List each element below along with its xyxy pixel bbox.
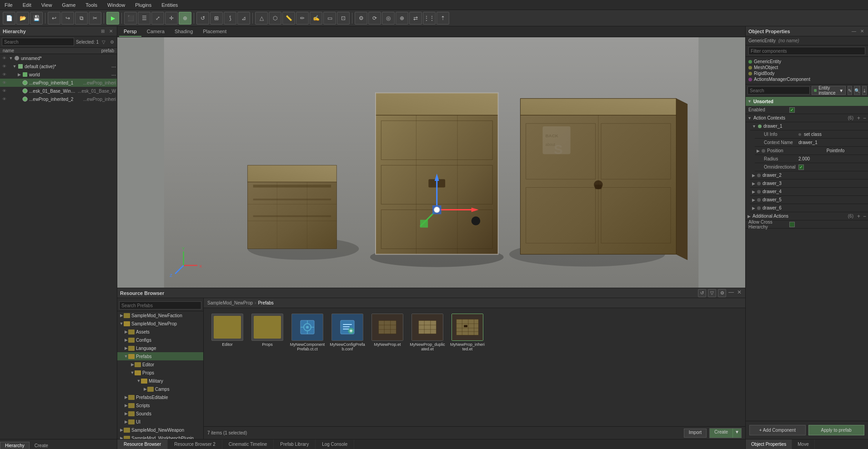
toolbar-export[interactable]: ⇡ bbox=[437, 12, 449, 25]
eye-icon-2[interactable]: 👁 bbox=[1, 72, 7, 77]
toolbar-move[interactable]: ✛ bbox=[165, 12, 178, 25]
rb-folder-item-prefabseditable[interactable]: ▶ PrefabsEditable bbox=[117, 393, 203, 401]
toolbar-open[interactable]: 📂 bbox=[16, 12, 29, 25]
add-component-btn[interactable]: + Add Component bbox=[749, 425, 806, 435]
tab-hierarchy[interactable]: Hierarchy bbox=[0, 442, 30, 449]
vp-tab-persp[interactable]: Persp bbox=[119, 26, 141, 37]
toolbar-refresh[interactable]: ↺ bbox=[196, 12, 209, 25]
menu-file[interactable]: File bbox=[2, 1, 15, 9]
rp-search-input[interactable] bbox=[748, 86, 810, 95]
btab-cinematic[interactable]: Cinematic Timeline bbox=[222, 439, 274, 449]
file-item-editor[interactable]: Editor bbox=[209, 314, 246, 351]
toolbar-lasso[interactable]: ⊡ bbox=[337, 12, 350, 25]
action-contexts-minus[interactable]: − bbox=[863, 115, 866, 121]
menu-window[interactable]: Window bbox=[105, 1, 128, 9]
toolbar-camera-ortho[interactable]: ◎ bbox=[382, 12, 395, 25]
toolbar-arrows-2[interactable]: ⇄ bbox=[409, 12, 422, 25]
toolbar-gear[interactable]: ⚙ bbox=[355, 12, 367, 25]
rb-search-input[interactable] bbox=[119, 301, 201, 309]
menu-plugins[interactable]: Plugins bbox=[132, 1, 154, 9]
rb-folder-item-props[interactable]: ▼ Props bbox=[117, 369, 203, 377]
rp-entity-instance-dropdown[interactable]: Entity instance ▼ bbox=[812, 86, 846, 95]
rp-save-btn[interactable]: ⤓ bbox=[862, 86, 867, 95]
hierarchy-icon-1[interactable]: ⊞ bbox=[100, 28, 106, 35]
rp-minimize-btn[interactable]: — bbox=[851, 28, 857, 35]
prop-section-unsorted[interactable]: ▼ Unsorted bbox=[746, 97, 868, 106]
menu-game[interactable]: Game bbox=[59, 1, 78, 9]
toolbar-move2[interactable]: ⊕ bbox=[179, 12, 191, 25]
rb-folder-item-prefabs[interactable]: ▼ Prefabs bbox=[117, 352, 203, 360]
toolbar-hexagon[interactable]: ⬡ bbox=[269, 12, 281, 25]
toolbar-globe[interactable]: ⊕ bbox=[396, 12, 408, 25]
eye-icon-0[interactable]: 👁 bbox=[1, 56, 7, 60]
rb-folder-item-workbench[interactable]: ▶ SampleMod_WorkbenchPlugin bbox=[117, 434, 203, 439]
rb-folder-item-editor[interactable]: ▶ Editor bbox=[117, 360, 203, 369]
prop-drawer-2[interactable]: ▶ drawer_2 bbox=[750, 171, 868, 180]
menu-tools[interactable]: Tools bbox=[83, 1, 100, 9]
rb-filter-btn[interactable]: ▽ bbox=[708, 289, 716, 297]
hierarchy-item-ewprop1[interactable]: 👁 ...ewProp_inherited_1 ...ewProp_inheri bbox=[0, 79, 117, 87]
file-item-newprop[interactable]: MyNewProp.et bbox=[369, 314, 406, 351]
toolbar-new[interactable]: 📄 bbox=[3, 12, 15, 25]
rb-folder-item-0[interactable]: ▶ SampleMod_NewFaction bbox=[117, 311, 203, 319]
rb-folder-item-ui[interactable]: ▶ UI bbox=[117, 418, 203, 426]
rb-refresh-btn[interactable]: ↺ bbox=[698, 289, 706, 297]
menu-view[interactable]: View bbox=[39, 1, 55, 9]
toolbar-layers[interactable]: ☰ bbox=[138, 12, 151, 25]
file-item-newprop-dup[interactable]: MyNewProp_duplicated.et bbox=[409, 314, 446, 351]
toolbar-copy[interactable]: ⧉ bbox=[75, 12, 88, 25]
hierarchy-item-esk[interactable]: 👁 ...esk_01_Base_Wing_1 ...esk_01_Base_W bbox=[0, 87, 117, 95]
apply-to-prefab-btn[interactable]: Apply to prefab bbox=[808, 425, 865, 435]
hierarchy-item-world[interactable]: 👁 ▶ world --- bbox=[0, 70, 117, 79]
comp-rigid-body[interactable]: RigidBody bbox=[748, 70, 865, 76]
comp-generic-entity[interactable]: GenericEntity bbox=[748, 59, 865, 65]
viewport-3d[interactable]: X Y Z BACK about S bbox=[117, 37, 745, 288]
prop-action-contexts[interactable]: ▼ Action Contexts (6) + − bbox=[746, 114, 868, 122]
hierarchy-filter-btn[interactable]: ▽ bbox=[100, 39, 107, 45]
prop-drawer-3[interactable]: ▶ drawer_3 bbox=[750, 180, 868, 188]
toolbar-rotate-world[interactable]: ⟳ bbox=[368, 12, 381, 25]
hierarchy-item-ewprop2[interactable]: 👁 ...ewProp_inherited_2 ...ewProp_inheri bbox=[0, 95, 117, 103]
toolbar-rect[interactable]: ▭ bbox=[323, 12, 336, 25]
file-item-props[interactable]: Props bbox=[249, 314, 286, 351]
breadcrumb-root[interactable]: SampleMod_NewProp bbox=[207, 300, 253, 305]
rb-folder-item-military[interactable]: ▼ Military bbox=[117, 377, 203, 385]
hierarchy-settings-btn[interactable]: ⚙ bbox=[109, 39, 115, 45]
tab-create[interactable]: Create bbox=[30, 442, 53, 449]
toolbar-undo[interactable]: ↩ bbox=[48, 12, 60, 25]
btab-log-console[interactable]: Log Console bbox=[316, 439, 354, 449]
btab-resource-browser[interactable]: Resource Browser bbox=[117, 439, 168, 449]
toolbar-arrows[interactable]: ⤢ bbox=[151, 12, 164, 25]
prop-checkbox-cross[interactable] bbox=[789, 222, 795, 227]
vp-tab-placement[interactable]: Placement bbox=[198, 26, 231, 37]
rp-search-btn[interactable]: 🔍 bbox=[854, 86, 860, 95]
eye-icon-5[interactable]: 👁 bbox=[1, 97, 7, 101]
btab-resource-browser-2[interactable]: Resource Browser 2 bbox=[168, 439, 222, 449]
rp-tab-object-properties[interactable]: Object Properties bbox=[746, 439, 792, 449]
rb-folder-item-configs[interactable]: ▶ Configs bbox=[117, 336, 203, 344]
prop-drawer-4[interactable]: ▶ drawer_4 bbox=[750, 188, 868, 196]
prop-position[interactable]: ▶ Position PointInfo bbox=[755, 147, 868, 155]
eye-icon-3[interactable]: 👁 bbox=[1, 80, 7, 85]
rb-create-btn[interactable]: Create bbox=[710, 429, 733, 438]
rb-import-btn[interactable]: Import bbox=[684, 429, 707, 438]
rb-folder-item-language[interactable]: ▶ Language bbox=[117, 344, 203, 352]
prop-checkbox-omni[interactable] bbox=[798, 165, 804, 170]
toolbar-pencil[interactable]: ✍ bbox=[310, 12, 322, 25]
vp-tab-shading[interactable]: Shading bbox=[170, 26, 197, 37]
tree-arrow-0[interactable]: ▼ bbox=[8, 56, 14, 60]
comp-mesh-object[interactable]: MeshObject bbox=[748, 65, 865, 70]
tree-arrow-1[interactable]: ▼ bbox=[12, 64, 17, 69]
rb-folder-item-camps[interactable]: ▶ Camps bbox=[117, 385, 203, 393]
toolbar-measure[interactable]: ⊿ bbox=[237, 12, 250, 25]
prop-drawer-5[interactable]: ▶ drawer_5 bbox=[750, 196, 868, 204]
hierarchy-search-input[interactable] bbox=[2, 38, 74, 46]
hierarchy-item-unnamed[interactable]: 👁 ▼ unnamed* bbox=[0, 54, 117, 62]
rb-folder-item-scripts[interactable]: ▶ Scripts bbox=[117, 401, 203, 409]
comp-actions-manager[interactable]: ActionsManagerComponent bbox=[748, 76, 865, 82]
file-item-newcomponent[interactable]: MyNewComponentPrefab.ct.ct bbox=[289, 314, 326, 351]
rb-folder-item-assets[interactable]: ▶ Assets bbox=[117, 328, 203, 336]
toolbar-ruler[interactable]: 📏 bbox=[282, 12, 295, 25]
vp-tab-camera[interactable]: Camera bbox=[142, 26, 169, 37]
rp-edit-btn[interactable]: ✎ bbox=[848, 86, 852, 95]
